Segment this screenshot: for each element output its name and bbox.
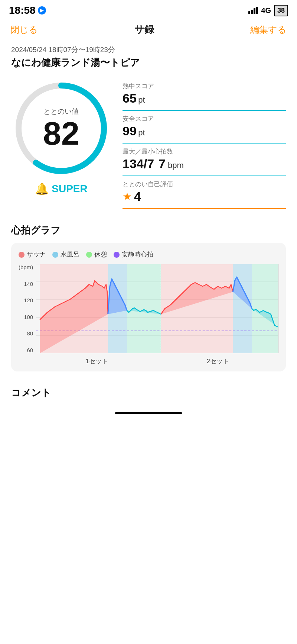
score-details: 熱中スコア 65 pt 安全スコア 99 pt 最大／最小心拍数 134/7 bbox=[123, 78, 286, 213]
sauna-label: サウナ bbox=[27, 250, 46, 259]
status-time: 18:58 ▶ bbox=[9, 4, 46, 16]
comment-section: コメント bbox=[0, 379, 297, 399]
legend-cold: 水風呂 bbox=[52, 250, 79, 259]
cold-label: 水風呂 bbox=[61, 250, 79, 259]
x-label-set1: 1セット bbox=[85, 357, 108, 366]
network-type: 4G bbox=[261, 6, 271, 15]
x-labels: 1セット 2セット bbox=[36, 357, 278, 366]
star-number: 4 bbox=[134, 189, 141, 204]
netchuu-label: 熱中スコア bbox=[123, 82, 286, 90]
resting-hr-label: 安静時心拍 bbox=[122, 250, 153, 259]
home-bar bbox=[115, 412, 182, 414]
rest-bg-2 bbox=[252, 264, 278, 353]
close-button[interactable]: 閉じる bbox=[10, 24, 38, 36]
netchuu-value: 65 pt bbox=[123, 91, 286, 106]
self-rating: ととのい自己評価 ★ 4 bbox=[123, 180, 286, 209]
signal-bars bbox=[248, 7, 258, 14]
nav-bar: 閉じる サ録 編集する bbox=[0, 19, 297, 41]
heart-rate: 最大／最小心拍数 134/7 7 bpm bbox=[123, 147, 286, 176]
graph-section: 心拍グラフ サウナ 水風呂 休憩 安静時心拍 (b bbox=[0, 224, 297, 379]
chart-area: 1セット 2セット bbox=[36, 264, 278, 366]
heart-rate-label: 最大／最小心拍数 bbox=[123, 147, 286, 156]
edit-button[interactable]: 編集する bbox=[250, 24, 287, 36]
circle-value: 82 bbox=[43, 117, 79, 150]
sauna-dot bbox=[19, 252, 25, 258]
legend: サウナ 水風呂 休憩 安静時心拍 bbox=[19, 250, 278, 259]
y-axis: (bpm) 140 120 100 80 60 bbox=[19, 264, 36, 353]
rest-label: 休憩 bbox=[94, 250, 107, 259]
star-icon: ★ bbox=[123, 190, 132, 203]
super-text: SUPER bbox=[52, 183, 87, 195]
session-datetime: 2024/05/24 18時07分〜19時23分 bbox=[11, 45, 286, 55]
graph-title: 心拍グラフ bbox=[11, 224, 286, 237]
legend-rest: 休憩 bbox=[86, 250, 107, 259]
safety-value: 99 pt bbox=[123, 124, 286, 138]
self-rating-label: ととのい自己評価 bbox=[123, 180, 286, 189]
status-bar: 18:58 ▶ 4G 38 bbox=[0, 0, 297, 19]
super-badge: 🔔 SUPER bbox=[35, 182, 87, 195]
main-content: 2024/05/24 18時07分〜19時23分 なにわ健康ランド湯〜トピア と… bbox=[0, 41, 297, 213]
netchuu-score: 熱中スコア 65 pt bbox=[123, 82, 286, 111]
comment-title: コメント bbox=[11, 386, 286, 399]
battery-indicator: 38 bbox=[274, 5, 288, 16]
safety-score: 安全スコア 99 pt bbox=[123, 115, 286, 144]
home-indicator bbox=[0, 405, 297, 418]
bell-icon: 🔔 bbox=[35, 182, 49, 195]
legend-sauna: サウナ bbox=[19, 250, 46, 259]
heart-rate-value: 134/7 7 bpm bbox=[123, 157, 286, 171]
graph-card: サウナ 水風呂 休憩 安静時心拍 (bpm) 140 120 100 bbox=[11, 243, 286, 371]
location-icon: ▶ bbox=[38, 6, 46, 15]
circle-center: ととのい値 82 bbox=[43, 107, 79, 150]
cold-bg-2 bbox=[233, 264, 252, 353]
legend-resting-hr: 安静時心拍 bbox=[114, 250, 153, 259]
resting-hr-dot bbox=[114, 252, 120, 258]
chart-svg bbox=[36, 264, 278, 353]
status-right: 4G 38 bbox=[248, 5, 288, 16]
graph-with-axis: (bpm) 140 120 100 80 60 bbox=[19, 264, 278, 366]
safety-label: 安全スコア bbox=[123, 115, 286, 123]
circle-gauge-container: ととのい値 82 🔔 SUPER bbox=[11, 78, 111, 195]
nav-title: サ録 bbox=[134, 23, 154, 36]
circle-gauge: ととのい値 82 bbox=[11, 78, 111, 178]
x-label-set2: 2セット bbox=[207, 357, 229, 366]
score-section: ととのい値 82 🔔 SUPER 熱中スコア 65 pt 安全スコア bbox=[11, 78, 286, 213]
rest-dot bbox=[86, 252, 92, 258]
cold-dot bbox=[52, 252, 58, 258]
place-name: なにわ健康ランド湯〜トピア bbox=[11, 56, 286, 69]
star-rating: ★ 4 bbox=[123, 189, 286, 204]
y-label-bpm: (bpm) bbox=[19, 264, 33, 270]
time-display: 18:58 bbox=[9, 4, 36, 16]
